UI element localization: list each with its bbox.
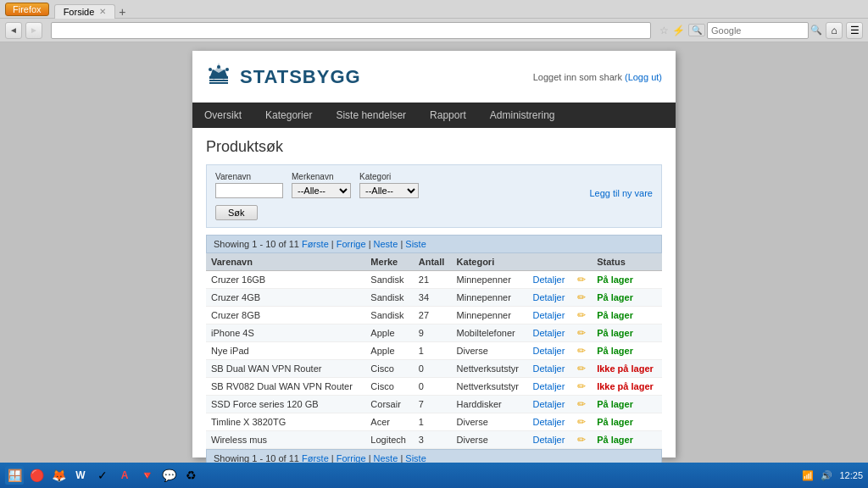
cell-status: På lager [592,324,662,342]
cell-detail[interactable]: Detaljer [527,342,572,360]
cell-detail[interactable]: Detaljer [527,271,572,289]
cell-status: På lager [592,271,662,289]
nav-administrering[interactable]: Administrering [478,103,567,128]
cell-detail[interactable]: Detaljer [527,360,572,378]
cell-edit[interactable]: ✏ [572,307,592,324]
next-page-link-bottom[interactable]: Neste [374,453,398,463]
edit-icon[interactable]: ✏ [577,345,586,357]
status-badge: På lager [597,310,633,320]
cell-kategori: Minnepenner [452,271,528,289]
cell-detail[interactable]: Detaljer [527,378,572,396]
last-page-link-bottom[interactable]: Siste [405,453,426,463]
cell-edit[interactable]: ✏ [572,342,592,360]
firefox-menu-button[interactable]: Firefox [5,3,49,16]
edit-icon[interactable]: ✏ [577,327,586,339]
cell-status: På lager [592,307,662,324]
cell-edit[interactable]: ✏ [572,289,592,307]
detail-link[interactable]: Detaljer [532,435,565,445]
main-navigation: Oversikt Kategorier Siste hendelser Rapp… [192,103,676,128]
svg-rect-2 [209,80,228,81]
home-button[interactable]: ⌂ [826,22,843,39]
search-input[interactable] [707,22,809,39]
cell-detail[interactable]: Detaljer [527,413,572,431]
cell-detail[interactable]: Detaljer [527,396,572,413]
cell-detail[interactable]: Detaljer [527,431,572,449]
first-page-link-top[interactable]: Første [302,239,329,249]
cell-edit[interactable]: ✏ [572,324,592,342]
merkenavn-select[interactable]: --Alle-- [292,183,351,198]
network-icon: 📶 [802,470,814,481]
cell-varenavn: Timline X 3820TG [206,413,365,431]
detail-link[interactable]: Detaljer [532,292,565,302]
status-badge: På lager [597,399,633,409]
detail-link[interactable]: Detaljer [532,274,565,285]
close-tab-icon[interactable]: ✕ [99,7,106,16]
taskbar-icon-firefox[interactable]: 🦊 [49,466,68,485]
detail-link[interactable]: Detaljer [532,328,565,338]
taskbar-icon-a[interactable]: A [115,466,134,485]
address-input[interactable] [51,22,651,39]
cell-detail[interactable]: Detaljer [527,289,572,307]
taskbar-icon-1[interactable]: 🔴 [27,466,46,485]
edit-icon[interactable]: ✏ [577,434,586,446]
varenavn-input[interactable] [215,183,283,198]
start-button[interactable]: 🪟 [5,466,24,485]
detail-link[interactable]: Detaljer [532,417,565,427]
edit-icon[interactable]: ✏ [577,380,586,392]
search-btn-row: Søk [215,202,653,220]
detail-link[interactable]: Detaljer [532,381,565,391]
prev-page-link-top[interactable]: Forrige [337,239,366,249]
add-new-product-link[interactable]: Legg til ny vare [589,188,653,198]
detail-link[interactable]: Detaljer [532,363,565,374]
logout-link[interactable]: (Logg ut) [625,72,662,82]
active-tab[interactable]: Forside ✕ [54,4,116,19]
taskbar-icon-recycle[interactable]: ♻ [181,466,200,485]
kategori-select[interactable]: --Alle-- [359,183,419,198]
cell-edit[interactable]: ✏ [572,431,592,449]
cell-varenavn: Nye iPad [206,342,365,360]
edit-icon[interactable]: ✏ [577,274,586,286]
next-page-link-top[interactable]: Neste [374,239,398,249]
last-page-link-top[interactable]: Siste [405,239,426,249]
taskbar-icon-pdf[interactable]: 🔻 [137,466,156,485]
table-row: SSD Force series 120 GB Corsair 7 Harddi… [206,396,662,413]
kategori-group: Kategori --Alle-- [359,172,419,198]
detail-link[interactable]: Detaljer [532,399,565,409]
detail-link[interactable]: Detaljer [532,310,565,320]
edit-icon[interactable]: ✏ [577,363,586,374]
edit-icon[interactable]: ✏ [577,291,586,303]
back-button[interactable]: ◄ [5,22,22,39]
forward-button[interactable]: ► [25,22,42,39]
status-badge: På lager [597,346,633,356]
cell-edit[interactable]: ✏ [572,360,592,378]
nav-siste-hendelser[interactable]: Siste hendelser [324,103,418,128]
taskbar-icon-check[interactable]: ✓ [93,466,112,485]
status-badge: Ikke på lager [597,363,654,374]
nav-rapport[interactable]: Rapport [418,103,478,128]
search-submit-icon[interactable]: 🔍 [810,25,822,36]
edit-icon[interactable]: ✏ [577,309,586,321]
table-row: Cruzer 8GB Sandisk 27 Minnepenner Detalj… [206,307,662,324]
cell-detail[interactable]: Detaljer [527,324,572,342]
edit-icon[interactable]: ✏ [577,398,586,410]
cell-edit[interactable]: ✏ [572,413,592,431]
browser-menu-icon[interactable]: ☰ [846,22,863,39]
cell-edit[interactable]: ✏ [572,396,592,413]
nav-kategorier[interactable]: Kategorier [253,103,324,128]
cell-detail[interactable]: Detaljer [527,307,572,324]
cell-edit[interactable]: ✏ [572,271,592,289]
first-page-link-bottom[interactable]: Første [302,453,329,463]
taskbar-icon-word[interactable]: W [71,466,90,485]
new-tab-button[interactable]: + [115,5,129,19]
taskbar-icon-msg[interactable]: 💬 [159,466,178,485]
col-status: Status [592,253,662,271]
prev-page-link-bottom[interactable]: Forrige [337,453,366,463]
detail-link[interactable]: Detaljer [532,346,565,356]
search-button[interactable]: Søk [215,205,258,220]
edit-icon[interactable]: ✏ [577,416,586,428]
nav-oversikt[interactable]: Oversikt [192,103,253,128]
varenavn-label: Varenavn [215,172,283,181]
col-antall: Antall [414,253,452,271]
cell-edit[interactable]: ✏ [572,378,592,396]
login-text: Logget inn som shark [533,72,622,82]
